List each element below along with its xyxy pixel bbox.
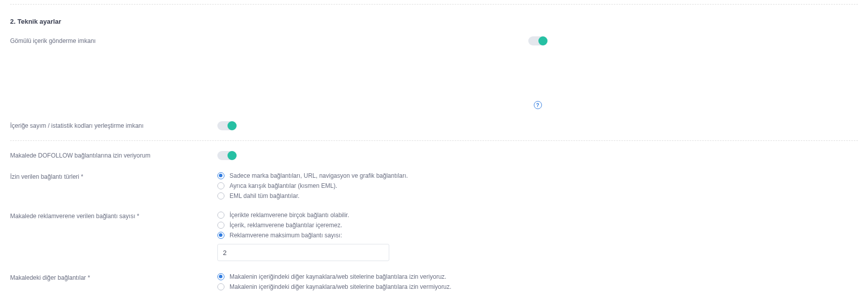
radio-dot-icon <box>217 172 224 179</box>
toggle-stats[interactable] <box>217 121 237 130</box>
radio-group-link-count: İçerikte reklamverene birçok bağlantı ol… <box>217 212 858 239</box>
radio-link-types-0[interactable]: Sadece marka bağlantıları, URL, navigasy… <box>217 172 858 179</box>
radio-dot-icon <box>217 273 224 280</box>
radio-label: Reklamverene maksimum bağlantı sayısı: <box>230 232 342 239</box>
divider <box>10 140 858 141</box>
radio-label: İçerik, reklamverene bağlantılar içereme… <box>230 222 342 229</box>
radio-dot-icon <box>217 222 224 229</box>
row-link-count: Makalede reklamverene verilen bağlantı s… <box>10 206 858 267</box>
label-link-count: Makalede reklamverene verilen bağlantı s… <box>10 212 217 220</box>
radio-link-count-1[interactable]: İçerik, reklamverene bağlantılar içereme… <box>217 222 858 229</box>
row-stats: İçeriğe sayım / istatistik kodları yerle… <box>10 115 858 136</box>
radio-dot-icon <box>217 212 224 219</box>
toggle-embed[interactable] <box>528 36 547 45</box>
radio-link-types-2[interactable]: EML dahil tüm bağlantılar. <box>217 192 858 199</box>
label-stats: İçeriğe sayım / istatistik kodları yerle… <box>10 121 217 129</box>
radio-link-count-2[interactable]: Reklamverene maksimum bağlantı sayısı: <box>217 232 858 239</box>
radio-group-link-types: Sadece marka bağlantıları, URL, navigasy… <box>217 172 858 199</box>
radio-label: Sadece marka bağlantıları, URL, navigasy… <box>230 172 408 179</box>
radio-group-other-links: Makalenin içeriğindeki diğer kaynaklara/… <box>217 273 858 290</box>
radio-dot-icon <box>217 192 224 199</box>
radio-label: EML dahil tüm bağlantılar. <box>230 192 299 199</box>
label-dofollow: Makalede DOFOLLOW bağlantılarına izin ve… <box>10 151 217 159</box>
label-link-types: İzin verilen bağlantı türleri * <box>10 172 217 180</box>
max-link-input[interactable] <box>217 244 389 261</box>
settings-section: 2. Teknik ayarlar Gömülü içerik gönderme… <box>0 4 868 296</box>
radio-label: Makalenin içeriğindeki diğer kaynaklara/… <box>230 283 451 290</box>
radio-label: İçerikte reklamverene birçok bağlantı ol… <box>230 212 349 219</box>
radio-link-count-0[interactable]: İçerikte reklamverene birçok bağlantı ol… <box>217 212 858 219</box>
radio-other-links-1[interactable]: Makalenin içeriğindeki diğer kaynaklara/… <box>217 283 858 290</box>
section-title: 2. Teknik ayarlar <box>10 9 858 30</box>
divider <box>10 4 858 5</box>
label-other-links: Makaledeki diğer bağlantılar * <box>10 273 217 281</box>
row-embed: Gömülü içerik gönderme imkanı ? <box>10 30 858 115</box>
row-dofollow: Makalede DOFOLLOW bağlantılarına izin ve… <box>10 145 858 166</box>
radio-dot-icon <box>217 283 224 290</box>
radio-dot-icon <box>217 232 224 239</box>
radio-label: Makalenin içeriğindeki diğer kaynaklara/… <box>230 273 446 280</box>
row-link-types: İzin verilen bağlantı türleri * Sadece m… <box>10 166 858 206</box>
radio-link-types-1[interactable]: Ayrıca karışık bağlantılar (kısmen EML). <box>217 182 858 189</box>
label-embed: Gömülü içerik gönderme imkanı <box>10 36 217 44</box>
help-icon[interactable]: ? <box>534 101 542 109</box>
radio-dot-icon <box>217 182 224 189</box>
toggle-dofollow[interactable] <box>217 151 237 160</box>
radio-other-links-0[interactable]: Makalenin içeriğindeki diğer kaynaklara/… <box>217 273 858 280</box>
radio-label: Ayrıca karışık bağlantılar (kısmen EML). <box>230 182 337 189</box>
row-other-links: Makaledeki diğer bağlantılar * Makalenin… <box>10 267 858 296</box>
